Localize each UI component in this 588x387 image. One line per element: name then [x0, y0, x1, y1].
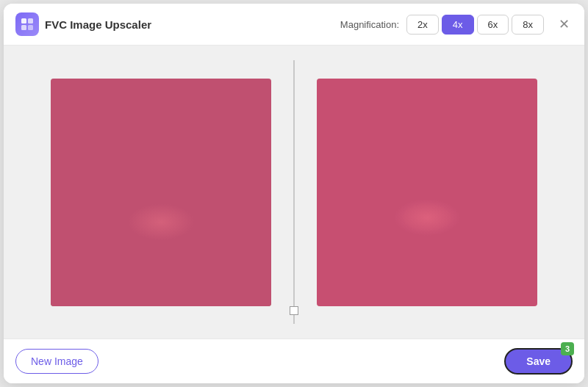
- new-image-button[interactable]: New Image: [15, 349, 98, 374]
- header: FVC Image Upscaler Magnification: 2x 4x …: [4, 4, 584, 46]
- app-logo-icon: [15, 12, 39, 36]
- original-dog-image: [51, 79, 271, 306]
- svg-rect-0: [21, 18, 26, 23]
- upscaled-dog-image: [317, 79, 537, 306]
- original-image-box: [51, 79, 271, 306]
- image-divider[interactable]: [289, 60, 299, 324]
- original-image-panel: [33, 79, 289, 306]
- right-actions: 3 Save: [504, 348, 573, 375]
- mag-btn-8x[interactable]: 8x: [512, 15, 544, 35]
- upscaled-image-panel: [299, 79, 555, 306]
- mag-btn-4x[interactable]: 4x: [442, 15, 474, 35]
- magnification-label: Magnification:: [340, 19, 399, 30]
- save-badge: 3: [561, 342, 574, 355]
- close-button[interactable]: ✕: [556, 16, 573, 32]
- main-content: [4, 46, 584, 339]
- app-title: FVC Image Upscaler: [45, 18, 151, 31]
- bottom-bar: New Image 3 Save: [4, 339, 584, 383]
- mag-btn-6x[interactable]: 6x: [477, 15, 509, 35]
- divider-line: [293, 60, 295, 324]
- app-window: FVC Image Upscaler Magnification: 2x 4x …: [4, 4, 584, 383]
- svg-rect-2: [21, 25, 26, 30]
- mag-btn-2x[interactable]: 2x: [406, 15, 439, 35]
- divider-handle[interactable]: [290, 306, 298, 315]
- upscaled-image-box: [317, 79, 537, 306]
- magnification-buttons: 2x 4x 6x 8x: [406, 15, 544, 35]
- app-logo: FVC Image Upscaler: [15, 12, 151, 36]
- svg-rect-3: [28, 25, 33, 30]
- svg-rect-1: [28, 18, 33, 23]
